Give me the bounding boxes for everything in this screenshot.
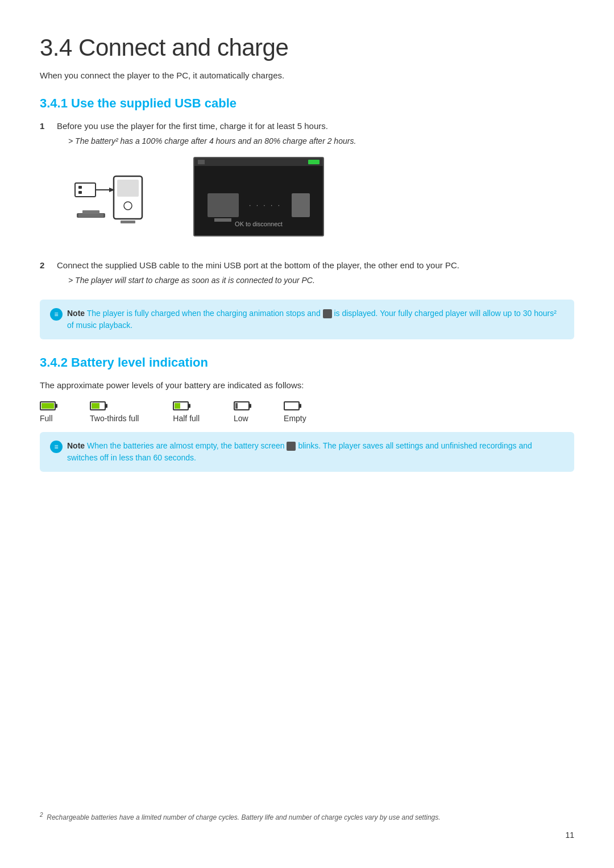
svg-rect-0 — [75, 183, 96, 197]
footnote-content: Rechargeable batteries have a limited nu… — [47, 813, 440, 821]
player-screen-topbar — [194, 158, 323, 166]
footnote-number: 2 — [40, 812, 43, 818]
section-341-heading: 3.4.1 Use the supplied USB cable — [40, 96, 574, 111]
note-text-2a: When the batteries are almost empty, the… — [87, 441, 287, 450]
step-2-content: Connect the supplied USB cable to the mi… — [57, 260, 574, 290]
note-text-1: The player is fully charged when the cha… — [87, 309, 323, 318]
step-2-subnote: The player will start to charge as soon … — [68, 276, 574, 285]
battery-level-low: Low — [234, 401, 250, 423]
images-row: · · · · · OK to disconnect — [74, 157, 574, 236]
step-1: 1 Before you use the player for the firs… — [40, 121, 574, 254]
svg-point-8 — [124, 202, 132, 210]
section-342-heading: 3.4.2 Battery level indication — [40, 355, 574, 370]
note-box-1: ≡ Note The player is fully charged when … — [40, 300, 574, 339]
intro-text: When you connect the player to the PC, i… — [40, 70, 574, 80]
svg-rect-7 — [121, 221, 135, 223]
battery-fill-two-thirds — [92, 403, 99, 409]
battery-fill-half — [175, 403, 180, 409]
step-2: 2 Connect the supplied USB cable to the … — [40, 260, 574, 290]
svg-rect-10 — [82, 210, 99, 214]
svg-rect-2 — [78, 191, 82, 194]
battery-blink-icon — [287, 442, 296, 451]
battery-icon-empty — [284, 401, 300, 410]
battery-label-full: Full — [40, 414, 53, 423]
player-screen-display: · · · · · OK to disconnect — [193, 157, 324, 236]
svg-rect-1 — [78, 186, 82, 189]
battery-section: 3.4.2 Battery level indication The appro… — [40, 355, 574, 472]
note-content-2: Note When the batteries are almost empty… — [67, 440, 564, 464]
battery-icon-two-thirds — [90, 401, 106, 410]
note-label-1: Note — [67, 309, 85, 318]
battery-desc: The approximate power levels of your bat… — [40, 380, 574, 390]
battery-fill-full — [42, 403, 54, 409]
step-2-number: 2 — [40, 260, 57, 270]
note-label-2: Note — [67, 441, 85, 450]
pc-icon — [208, 193, 239, 217]
cable-dots: · · · · · — [249, 201, 281, 209]
battery-label-low: Low — [234, 414, 248, 423]
battery-level-half: Half full — [173, 401, 200, 423]
battery-label-half: Half full — [173, 414, 200, 423]
footnote-text: 2 Rechargeable batteries have a limited … — [40, 811, 551, 823]
battery-level-empty: Empty — [284, 401, 306, 423]
topbar-left-icon — [198, 160, 205, 164]
battery-fill-low — [235, 403, 238, 409]
svg-rect-6 — [117, 180, 139, 197]
step-1-text: Before you use the player for the first … — [57, 121, 574, 131]
page-title: 3.4 Connect and charge — [40, 34, 574, 61]
usb-device-illustration — [74, 159, 171, 235]
note-box-2: ≡ Note When the batteries are almost emp… — [40, 432, 574, 472]
player-icon-small — [292, 193, 310, 217]
battery-icon-low — [234, 401, 250, 410]
step-1-subnote: The battery² has a 100% charge after 4 h… — [68, 136, 574, 146]
battery-level-two-thirds: Two-thirds full — [90, 401, 139, 423]
footnote-area: 2 Rechargeable batteries have a limited … — [40, 811, 551, 823]
charge-icon-inline — [323, 309, 332, 318]
battery-levels-row: Full Two-thirds full Half full Low Empty — [40, 401, 574, 423]
battery-label-empty: Empty — [284, 414, 306, 423]
battery-label-two-thirds: Two-thirds full — [90, 414, 139, 423]
step-1-content: Before you use the player for the first … — [57, 121, 574, 254]
page-number: 11 — [565, 830, 574, 840]
note-content-1: Note The player is fully charged when th… — [67, 308, 564, 331]
screen-content: · · · · · — [208, 193, 310, 217]
battery-icon-half — [173, 401, 189, 410]
battery-icon-full — [40, 401, 56, 410]
step-1-number: 1 — [40, 121, 57, 131]
note-icon-2: ≡ — [50, 441, 63, 453]
step-2-text: Connect the supplied USB cable to the mi… — [57, 260, 574, 270]
topbar-battery-icon — [308, 160, 320, 164]
note-icon-1: ≡ — [50, 308, 63, 321]
ok-disconnect-label: OK to disconnect — [235, 221, 283, 227]
battery-level-full: Full — [40, 401, 56, 423]
